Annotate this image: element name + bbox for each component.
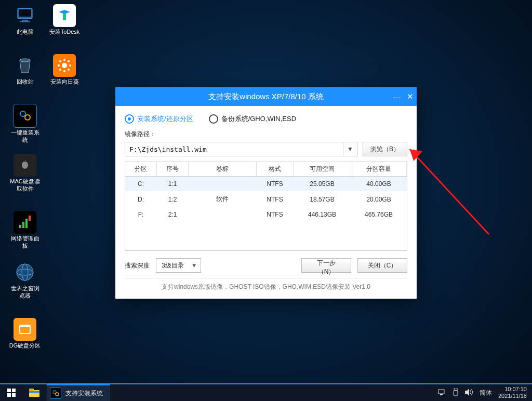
col-volume: 卷标 — [189, 162, 257, 177]
image-path-combo[interactable]: ▼ — [125, 142, 357, 156]
table-row[interactable]: C:1:1NTFS25.05GB40.00GB — [125, 177, 407, 192]
desktop-icon-label: MAC硬盘读取软件 — [8, 178, 42, 192]
desktop-icon-reinstall[interactable]: 一键重装系统 — [8, 104, 42, 143]
svg-rect-40 — [454, 391, 458, 396]
col-total: 分区容量 — [351, 162, 407, 177]
titlebar[interactable]: 支持安装windows XP/7/8/10 系统 — ✕ — [115, 87, 417, 106]
clock-date: 2021/11/18 — [498, 393, 527, 399]
taskbar-task-label: 支持安装系统 — [65, 389, 103, 398]
svg-rect-4 — [63, 13, 66, 20]
svg-point-36 — [56, 393, 59, 396]
col-free: 可用空间 — [294, 162, 351, 177]
desktop: 此电脑 安装ToDesk 回收站 安装向日葵 一键重装系统 MAC硬盘读取软件 — [0, 0, 532, 384]
desktop-icon-label: 回收站 — [8, 78, 42, 85]
dropdown-icon[interactable]: ▼ — [343, 142, 357, 156]
installer-dialog: 支持安装windows XP/7/8/10 系统 — ✕ 安装系统/还原分区 备… — [115, 87, 417, 299]
depth-label: 搜索深度 — [125, 261, 150, 270]
svg-rect-30 — [7, 393, 11, 397]
desktop-icon-browser[interactable]: 世界之窗浏览器 — [8, 261, 42, 299]
partition-icon — [14, 318, 36, 341]
svg-rect-28 — [7, 389, 11, 392]
radio-label: 备份系统/GHO,WIN,ESD — [221, 114, 296, 124]
desktop-icon-sunflower[interactable]: 安装向日葵 — [48, 54, 81, 85]
svg-rect-19 — [25, 219, 28, 228]
taskbar-explorer[interactable] — [23, 384, 46, 401]
browse-button[interactable]: 浏览（B） — [363, 142, 407, 156]
desktop-icon-todesk[interactable]: 安装ToDesk — [48, 4, 81, 35]
svg-point-15 — [20, 111, 25, 116]
svg-rect-1 — [19, 9, 31, 17]
svg-point-11 — [59, 60, 61, 62]
desktop-icon-label: 安装ToDesk — [48, 28, 81, 35]
todesk-icon — [53, 4, 76, 27]
minimize-button[interactable]: — — [393, 92, 401, 101]
svg-point-10 — [69, 64, 71, 66]
partition-table[interactable]: 分区 序号 卷标 格式 可用空间 分区容量 C:1:1NTFS25.05GB40… — [125, 162, 407, 251]
desktop-icon-label: 网络管理面板 — [8, 235, 42, 249]
apple-icon — [14, 154, 36, 177]
desktop-icon-dg[interactable]: DG硬盘分区 — [8, 318, 42, 349]
next-button[interactable]: 下一步（N） — [301, 258, 351, 273]
desktop-icon-netpanel[interactable]: 网络管理面板 — [8, 211, 42, 249]
col-format: 格式 — [257, 162, 294, 177]
desktop-icon-pc[interactable]: 此电脑 — [8, 4, 42, 35]
sunflower-icon — [53, 54, 76, 77]
svg-point-12 — [68, 60, 70, 62]
svg-rect-18 — [22, 222, 24, 228]
chevron-down-icon: ▼ — [191, 262, 197, 269]
table-row[interactable]: D:1:2软件NTFS18.57GB20.00GB — [125, 191, 407, 207]
desktop-icon-label: DG硬盘分区 — [8, 342, 42, 349]
svg-rect-20 — [29, 216, 31, 221]
svg-marker-41 — [465, 389, 469, 396]
ime-indicator[interactable]: 简体 — [480, 389, 492, 397]
image-path-input[interactable] — [125, 145, 343, 153]
system-tray: 简体 10:07:10 2021/11/18 — [433, 384, 532, 401]
clock-time: 10:07:10 — [498, 386, 527, 393]
start-button[interactable] — [0, 384, 23, 401]
desktop-icon-label: 世界之窗浏览器 — [8, 285, 42, 299]
svg-line-26 — [410, 149, 489, 234]
taskbar-clock[interactable]: 10:07:10 2021/11/18 — [498, 386, 527, 399]
svg-rect-25 — [20, 325, 30, 327]
usb-icon[interactable] — [453, 388, 459, 398]
svg-rect-3 — [20, 21, 30, 22]
svg-point-8 — [63, 70, 65, 72]
depth-select[interactable]: 3级目录 ▼ — [156, 258, 201, 273]
pc-icon — [14, 4, 36, 27]
col-index: 序号 — [157, 162, 189, 177]
desktop-icon-label: 安装向日葵 — [48, 78, 81, 85]
taskbar-task-installer[interactable]: 支持安装系统 — [47, 384, 110, 401]
globe-icon — [14, 261, 36, 284]
desktop-icon-recycle[interactable]: 回收站 — [8, 54, 42, 85]
table-row[interactable]: F:2:1NTFS446.13GB465.76GB — [125, 207, 407, 222]
svg-rect-37 — [438, 390, 444, 394]
dialog-footer: 支持windows原版镜像，GHOST ISO镜像，GHO,WIM,ESD镜像安… — [125, 278, 407, 296]
volume-icon[interactable] — [465, 389, 473, 397]
network-panel-icon — [14, 211, 36, 234]
gear-icon — [13, 104, 37, 128]
svg-point-14 — [68, 69, 70, 71]
dialog-title: 支持安装windows XP/7/8/10 系统 — [208, 92, 324, 102]
close-button[interactable]: ✕ — [407, 92, 414, 101]
radio-install[interactable]: 安装系统/还原分区 — [125, 114, 193, 124]
desktop-icon-mac[interactable]: MAC硬盘读取软件 — [8, 154, 42, 192]
network-icon[interactable] — [438, 389, 446, 397]
svg-rect-29 — [12, 389, 16, 392]
radio-label: 安装系统/还原分区 — [137, 114, 193, 124]
svg-rect-31 — [12, 393, 16, 397]
radio-backup[interactable]: 备份系统/GHO,WIN,ESD — [209, 114, 296, 124]
svg-point-6 — [62, 63, 67, 68]
desktop-icon-label: 一键重装系统 — [8, 129, 42, 143]
svg-rect-17 — [19, 225, 21, 228]
desktop-icon-label: 此电脑 — [8, 28, 42, 35]
depth-value: 3级目录 — [162, 261, 184, 270]
recycle-bin-icon — [14, 54, 36, 77]
image-path-label: 镜像路径： — [125, 130, 407, 139]
radio-icon — [125, 114, 134, 124]
close-dialog-button[interactable]: 关闭（C） — [357, 258, 407, 273]
radio-icon — [209, 114, 218, 124]
gear-icon — [50, 387, 61, 399]
svg-point-9 — [58, 64, 60, 66]
svg-point-21 — [17, 264, 33, 280]
col-partition: 分区 — [125, 162, 157, 177]
